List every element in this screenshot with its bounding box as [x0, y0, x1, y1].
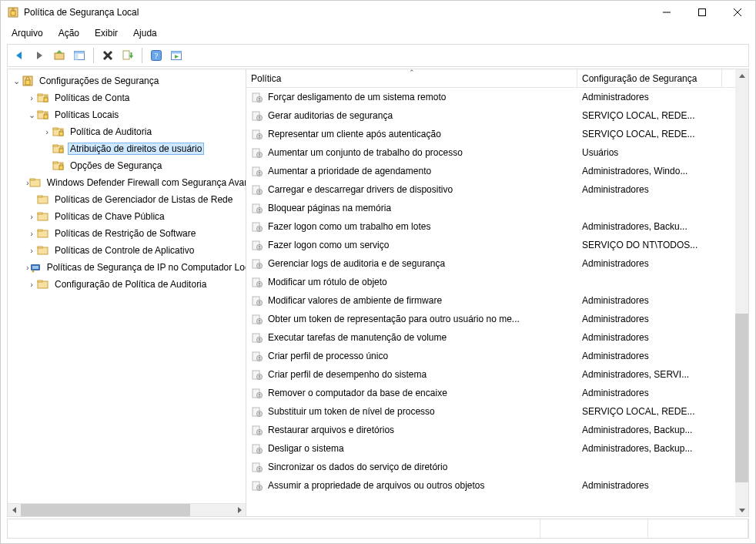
- policy-row[interactable]: Aumentar a prioridade de agendamentoAdmi…: [246, 162, 748, 180]
- expander-icon[interactable]: ›: [42, 127, 52, 136]
- policy-row[interactable]: Fazer logon como um trabalho em lotesAdm…: [246, 217, 748, 236]
- scroll-left-button[interactable]: [8, 504, 21, 517]
- scroll-track[interactable]: [21, 504, 232, 517]
- column-header-policy[interactable]: ⌃ Política: [246, 69, 577, 87]
- maximize-button[interactable]: [684, 1, 720, 24]
- scroll-thumb[interactable]: [735, 314, 748, 482]
- tree-body[interactable]: ⌄Configurações de Segurança›Políticas de…: [8, 69, 246, 503]
- policy-row[interactable]: Obter um token de representação para out…: [246, 310, 748, 328]
- list-body[interactable]: Forçar desligamento de um sistema remoto…: [246, 88, 748, 516]
- policy-row[interactable]: Desligar o sistemaAdministradores, Backu…: [246, 439, 748, 458]
- tree-item-label: Política de Auditoria: [68, 126, 154, 138]
- svg-point-81: [259, 227, 260, 229]
- svg-rect-50: [38, 247, 42, 248]
- policy-row[interactable]: Sincronizar os dados do serviço de diret…: [246, 458, 748, 476]
- tree-item[interactable]: ›Política de Auditoria: [8, 123, 246, 140]
- policy-row[interactable]: Gerenciar logs de auditoria e de seguran…: [246, 254, 748, 273]
- policy-item-icon: [251, 165, 263, 177]
- tree-item[interactable]: ›Políticas de Segurança de IP no Computa…: [8, 259, 246, 276]
- column-header-security[interactable]: Configuração de Segurança: [577, 69, 722, 87]
- tree-item[interactable]: ›Windows Defender Firewall com Segurança…: [8, 174, 246, 191]
- policy-row[interactable]: Aumentar um conjunto de trabalho do proc…: [246, 143, 748, 162]
- policy-row[interactable]: Carregar e descarregar drivers de dispos…: [246, 180, 748, 199]
- tree-item[interactable]: Políticas de Gerenciador de Listas de Re…: [8, 191, 246, 208]
- policy-row[interactable]: Forçar desligamento de um sistema remoto…: [246, 88, 748, 106]
- expander-icon[interactable]: ›: [26, 246, 37, 255]
- export-button[interactable]: [119, 47, 136, 64]
- expander-icon[interactable]: ›: [26, 280, 37, 289]
- scroll-track[interactable]: [735, 82, 748, 503]
- tree-item[interactable]: ›Configuração de Política de Auditoria: [8, 276, 246, 293]
- tree-item[interactable]: Opções de Segurança: [8, 157, 246, 174]
- back-button[interactable]: [11, 47, 28, 64]
- scroll-right-button[interactable]: [232, 504, 246, 517]
- svg-rect-46: [38, 213, 42, 214]
- help-button[interactable]: ?: [148, 47, 165, 64]
- delete-button[interactable]: [99, 47, 116, 64]
- expander-icon[interactable]: ⌄: [26, 110, 37, 120]
- scroll-up-button[interactable]: [735, 69, 748, 82]
- svg-rect-40: [59, 166, 63, 170]
- scroll-down-button[interactable]: [735, 503, 748, 516]
- cell-security: Administradores: [577, 351, 722, 361]
- tree-pane: ⌄Configurações de Segurança›Políticas de…: [8, 69, 246, 516]
- tree-item-label: Políticas de Controle de Aplicativo: [52, 244, 196, 257]
- svg-rect-39: [53, 162, 58, 163]
- list-vertical-scrollbar[interactable]: [735, 69, 748, 516]
- tree-item[interactable]: ⌄Políticas Locais: [8, 106, 246, 123]
- policy-row[interactable]: Executar tarefas de manutenção de volume…: [246, 328, 748, 347]
- policy-row[interactable]: Remover o computador da base de encaixeA…: [246, 384, 748, 402]
- expander-icon[interactable]: ›: [26, 93, 37, 102]
- tree-item[interactable]: Atribuição de direitos de usuário: [8, 140, 246, 157]
- menu-arquivo[interactable]: Arquivo: [4, 26, 51, 40]
- policy-row[interactable]: Modificar um rótulo de objeto: [246, 273, 748, 291]
- tree-root[interactable]: ⌄Configurações de Segurança: [8, 72, 246, 89]
- policy-row[interactable]: Assumir a propriedade de arquivos ou out…: [246, 476, 748, 495]
- sort-indicator-icon: ⌃: [409, 69, 415, 76]
- tree-item[interactable]: ›Políticas de Restrição de Software: [8, 225, 246, 242]
- status-bar: [7, 519, 749, 539]
- tree-item[interactable]: ›Políticas de Chave Pública: [8, 208, 246, 225]
- policy-item-icon: [251, 368, 263, 381]
- cell-policy: Gerenciar logs de auditoria e de seguran…: [246, 257, 577, 270]
- policy-row[interactable]: Modificar valores de ambiente de firmwar…: [246, 291, 748, 310]
- properties-button[interactable]: [168, 47, 185, 64]
- menu-ajuda[interactable]: Ajuda: [125, 26, 165, 40]
- expander-icon[interactable]: ⌄: [11, 76, 22, 86]
- policy-row[interactable]: Restaurar arquivos e diretóriosAdministr…: [246, 421, 748, 439]
- policy-row[interactable]: Criar perfil de processo únicoAdministra…: [246, 347, 748, 365]
- scroll-thumb[interactable]: [21, 504, 190, 517]
- cell-security: Administradores, Backu...: [577, 221, 722, 232]
- cell-security: Administradores: [577, 314, 722, 324]
- svg-rect-44: [38, 196, 42, 197]
- policy-row[interactable]: Substituir um token de nível de processo…: [246, 402, 748, 421]
- policy-name: Criar perfil de desempenho do sistema: [268, 369, 427, 380]
- cell-security: Administradores, Backup...: [577, 425, 722, 435]
- svg-point-90: [259, 283, 260, 284]
- policy-row[interactable]: Representar um cliente após autenticação…: [246, 125, 748, 143]
- policy-row[interactable]: Gerar auditorias de segurançaSERVIÇO LOC…: [246, 106, 748, 125]
- folder-icon: [37, 193, 49, 206]
- menu-acao[interactable]: Ação: [51, 26, 87, 40]
- cell-policy: Sincronizar os dados do serviço de diret…: [246, 461, 577, 473]
- tree-item-label: Políticas de Segurança de IP no Computad…: [45, 261, 246, 274]
- tree-item[interactable]: ›Políticas de Conta: [8, 89, 246, 106]
- expander-icon[interactable]: ›: [26, 212, 37, 221]
- policy-row[interactable]: Fazer logon como um serviçoSERVIÇO DO NT…: [246, 236, 748, 254]
- menu-exibir[interactable]: Exibir: [87, 26, 125, 40]
- policy-row[interactable]: Criar perfil de desempenho do sistemaAdm…: [246, 365, 748, 384]
- up-button[interactable]: [51, 47, 68, 64]
- tree-item[interactable]: ›Políticas de Controle de Aplicativo: [8, 242, 246, 259]
- policy-item-icon: [251, 331, 263, 344]
- svg-point-69: [259, 153, 260, 155]
- minimize-button[interactable]: [649, 1, 684, 24]
- expander-icon[interactable]: ›: [26, 229, 37, 238]
- tree-item-label: Configuração de Política de Auditoria: [52, 278, 209, 290]
- policy-row[interactable]: Bloquear páginas na memória: [246, 199, 748, 217]
- tree-horizontal-scrollbar[interactable]: [8, 503, 246, 516]
- show-hide-tree-button[interactable]: [71, 47, 88, 64]
- svg-rect-52: [32, 266, 38, 269]
- close-button[interactable]: [720, 1, 755, 24]
- policy-item-icon: [251, 313, 263, 325]
- forward-button[interactable]: [31, 47, 48, 64]
